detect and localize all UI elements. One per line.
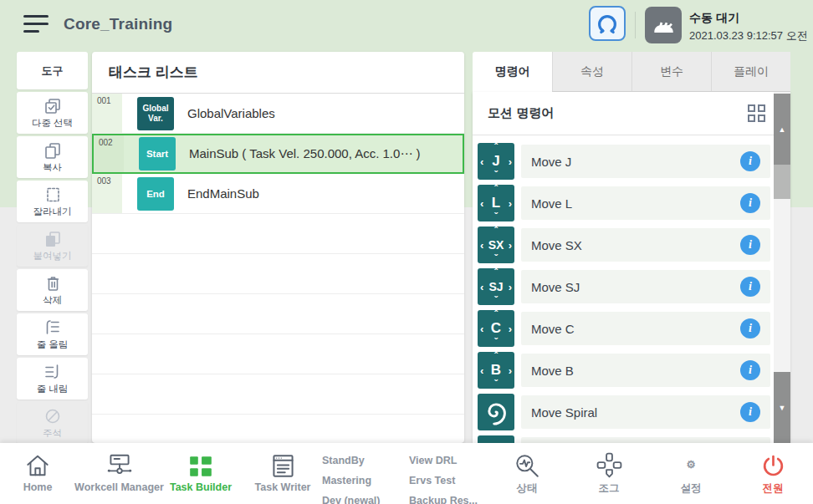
task-row-label: MainSub ( Task Vel. 250.000, Acc. 1.0⋯ )	[189, 146, 421, 161]
task-row-global-variables[interactable]: 001 Global Var. GlobalVariables	[92, 94, 464, 134]
copy-button[interactable]: 복사	[17, 136, 88, 178]
move-j-icon: J	[478, 143, 514, 180]
info-icon[interactable]: i	[740, 193, 760, 213]
paste-icon	[43, 230, 62, 248]
status-text: Ervs Test	[409, 471, 478, 491]
status-text: StandBy	[322, 451, 380, 471]
command-label: Move L	[531, 196, 572, 211]
grid-view-icon[interactable]	[748, 104, 765, 122]
nav-power[interactable]: 전원	[744, 449, 802, 496]
command-list: J Move J i L Move L i	[478, 136, 770, 443]
command-move-j[interactable]: J Move J i	[478, 143, 770, 180]
delete-icon	[43, 274, 62, 293]
scroll-down-icon[interactable]: ▼	[774, 372, 790, 443]
empty-row	[92, 374, 464, 415]
paste-button: 붙여넣기	[17, 225, 88, 267]
command-scrollbar[interactable]: ▲ ▼	[774, 92, 790, 443]
multi-select-button[interactable]: 다중 선택	[17, 92, 88, 134]
scrollbar-thumb[interactable]	[774, 165, 790, 199]
manual-mode-button[interactable]	[645, 7, 682, 43]
robot-rotate-button[interactable]	[589, 6, 626, 41]
timestamp: 2021.03.23 9:12:57 오전	[689, 28, 808, 43]
mode-label: 수동 대기	[689, 11, 808, 26]
copy-icon	[43, 141, 62, 160]
hamburger-menu-icon[interactable]	[23, 15, 49, 35]
tools-header: 도구	[17, 52, 88, 89]
line-down-icon	[43, 362, 62, 381]
row-number: 002	[94, 135, 124, 172]
command-move-c[interactable]: C Move C i	[478, 310, 770, 347]
global-var-badge: Global Var.	[137, 97, 174, 130]
spiral-icon	[478, 394, 514, 430]
info-icon[interactable]: i	[740, 360, 760, 380]
command-label: Move J	[531, 155, 571, 169]
command-label: Move SX	[531, 238, 582, 252]
command-move-sj[interactable]: SJ Move SJ i	[478, 268, 770, 305]
tab-properties[interactable]: 속성	[552, 52, 631, 92]
cut-icon	[43, 186, 62, 204]
info-icon[interactable]: i	[740, 151, 760, 171]
row-number: 001	[92, 94, 122, 133]
info-icon[interactable]: i	[740, 318, 760, 339]
task-row-endmainsub[interactable]: 003 End EndMainSub	[92, 174, 464, 214]
page-title: Core_Training	[64, 15, 172, 33]
motion-commands-title: 모션 명령어	[488, 105, 554, 121]
tab-variables[interactable]: 변수	[631, 52, 711, 92]
command-move-b[interactable]: B Move B i	[478, 352, 770, 389]
task-list-title: 태스크 리스트	[92, 52, 464, 94]
command-panel: 명령어 속성 변수 플레이 모션 명령어 J Move J i	[473, 52, 790, 443]
status-text: Dev (newal)	[322, 491, 380, 504]
tab-commands[interactable]: 명령어	[473, 52, 552, 92]
settings-gear-icon: ⚙	[686, 451, 695, 479]
command-label: Move B	[531, 364, 574, 378]
end-badge: End	[137, 177, 174, 211]
task-row-label: EndMainSub	[187, 186, 259, 201]
jog-dpad-icon	[596, 451, 623, 479]
nav-settings[interactable]: ⚙ 설정	[662, 449, 720, 496]
command-move-spiral[interactable]: Move Spiral i	[478, 394, 770, 430]
multi-select-icon	[43, 97, 62, 115]
start-badge: Start	[139, 137, 176, 171]
info-icon[interactable]: i	[740, 235, 760, 255]
nav-workcell-manager[interactable]: Workcell Manager	[69, 449, 170, 493]
command-content: 모션 명령어 J Move J i	[473, 92, 790, 443]
line-up-button[interactable]: 줄 올림	[17, 313, 88, 355]
nav-jog[interactable]: 조그	[580, 449, 638, 496]
clipped-command-icon	[478, 435, 514, 443]
workcell-manager-icon	[105, 452, 135, 479]
scroll-up-icon[interactable]: ▲	[774, 94, 790, 165]
delete-button[interactable]: 삭제	[17, 269, 88, 311]
command-move-sx[interactable]: SX Move SX i	[478, 227, 770, 263]
command-label: Move SJ	[531, 280, 580, 294]
command-label: Move C	[531, 322, 575, 336]
command-clipped[interactable]: i	[478, 435, 770, 443]
task-builder-icon	[187, 454, 214, 479]
nav-task-builder[interactable]: Task Builder	[160, 449, 242, 493]
command-move-l[interactable]: L Move L i	[478, 185, 770, 221]
cut-button[interactable]: 잘라내기	[17, 181, 88, 222]
move-c-icon: C	[478, 310, 514, 347]
nav-task-writer[interactable]: Task Writer	[245, 449, 320, 493]
topbar-divider	[635, 12, 636, 38]
hand-icon	[650, 12, 677, 38]
empty-row	[92, 294, 464, 334]
move-sx-icon: SX	[478, 227, 514, 263]
task-row-mainsub-selected[interactable]: 002 Start MainSub ( Task Vel. 250.000, A…	[92, 134, 464, 174]
status-text: Mastering	[322, 471, 380, 491]
task-writer-icon	[270, 453, 296, 479]
rotate-arc-icon	[595, 11, 620, 36]
system-status-column-2: View DRL Ervs Test Backup Res...	[409, 451, 478, 504]
nav-status[interactable]: 상태	[498, 449, 556, 496]
info-icon[interactable]: i	[740, 277, 760, 297]
status-text: Backup Res...	[409, 491, 478, 504]
tools-sidebar: 도구 다중 선택 복사 잘라내기	[17, 52, 88, 446]
status-text: View DRL	[409, 451, 478, 471]
app-root: Core_Training 수동 대기 2021.03.23 9:12:57 오…	[0, 0, 813, 504]
info-icon[interactable]: i	[740, 402, 760, 422]
tab-play[interactable]: 플레이	[711, 52, 790, 92]
comment-icon	[43, 407, 62, 425]
top-bar: Core_Training 수동 대기 2021.03.23 9:12:57 오…	[0, 0, 813, 50]
nav-home[interactable]: Home	[8, 449, 67, 493]
line-down-button[interactable]: 줄 내림	[17, 358, 88, 400]
home-icon	[24, 452, 51, 479]
